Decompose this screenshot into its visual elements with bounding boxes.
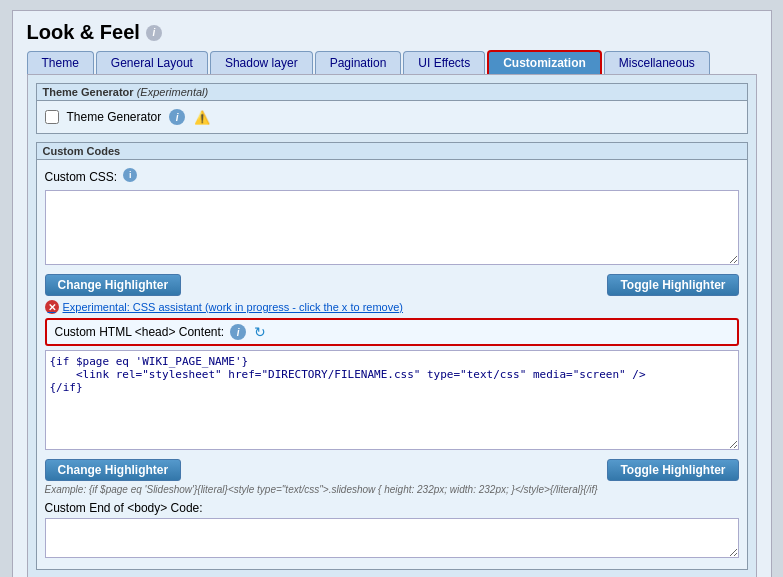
custom-html-textarea[interactable] [45,350,739,450]
toggle-highlighter-button-2[interactable]: Toggle Highlighter [607,459,738,481]
custom-css-label: Custom CSS: [45,170,118,184]
experimental-link-text[interactable]: Experimental: CSS assistant (work in pro… [63,301,404,313]
tab-general-layout[interactable]: General Layout [96,51,208,74]
theme-generator-checkbox[interactable] [45,110,59,124]
change-highlighter-button-2[interactable]: Change Highlighter [45,459,182,481]
experimental-link-row[interactable]: ✕ Experimental: CSS assistant (work in p… [45,300,739,314]
custom-css-label-row: Custom CSS: i [45,168,739,186]
custom-css-info-icon[interactable]: i [123,168,137,182]
theme-generator-section: Theme Generator (Experimental) Theme Gen… [36,83,748,134]
custom-codes-section: Custom Codes Custom CSS: i Change Highli… [36,142,748,570]
theme-generator-warning-icon: ⚠️ [193,109,211,125]
custom-html-head-row: Custom HTML <head> Content: i ↻ [45,318,739,346]
custom-codes-legend: Custom Codes [37,143,747,160]
main-content: Theme Generator (Experimental) Theme Gen… [27,74,757,577]
change-highlighter-button-1[interactable]: Change Highlighter [45,274,182,296]
page-title-bar: Look & Feel i [13,11,771,50]
page-wrapper: Look & Feel i Theme General Layout Shado… [12,10,772,577]
css-button-row: Change Highlighter Toggle Highlighter [45,274,739,296]
page-info-icon[interactable]: i [146,25,162,41]
custom-html-head-label: Custom HTML <head> Content: [55,325,225,339]
custom-html-help-icon[interactable]: i [230,324,246,340]
tab-ui-effects[interactable]: UI Effects [403,51,485,74]
example-text: Example: {if $page eq 'Slideshow'}{liter… [45,484,739,495]
tab-customization[interactable]: Customization [487,50,602,74]
custom-end-label: Custom End of <body> Code: [45,501,739,515]
custom-end-textarea[interactable] [45,518,739,558]
experimental-close-icon[interactable]: ✕ [45,300,59,314]
theme-generator-label: Theme Generator [67,110,162,124]
theme-generator-row: Theme Generator i ⚠️ [45,109,739,125]
custom-html-refresh-icon[interactable]: ↻ [252,324,268,340]
tab-miscellaneous[interactable]: Miscellaneous [604,51,710,74]
tab-shadow-layer[interactable]: Shadow layer [210,51,313,74]
page-title: Look & Feel [27,21,140,44]
tab-bar: Theme General Layout Shadow layer Pagina… [13,50,771,74]
html-button-row: Change Highlighter Toggle Highlighter [45,459,739,481]
toggle-highlighter-button-1[interactable]: Toggle Highlighter [607,274,738,296]
tab-theme[interactable]: Theme [27,51,94,74]
custom-css-textarea[interactable] [45,190,739,265]
tab-pagination[interactable]: Pagination [315,51,402,74]
theme-generator-body: Theme Generator i ⚠️ [37,101,747,133]
custom-codes-body: Custom CSS: i Change Highlighter Toggle … [37,160,747,569]
theme-generator-help-icon[interactable]: i [169,109,185,125]
theme-generator-legend: Theme Generator (Experimental) [37,84,747,101]
